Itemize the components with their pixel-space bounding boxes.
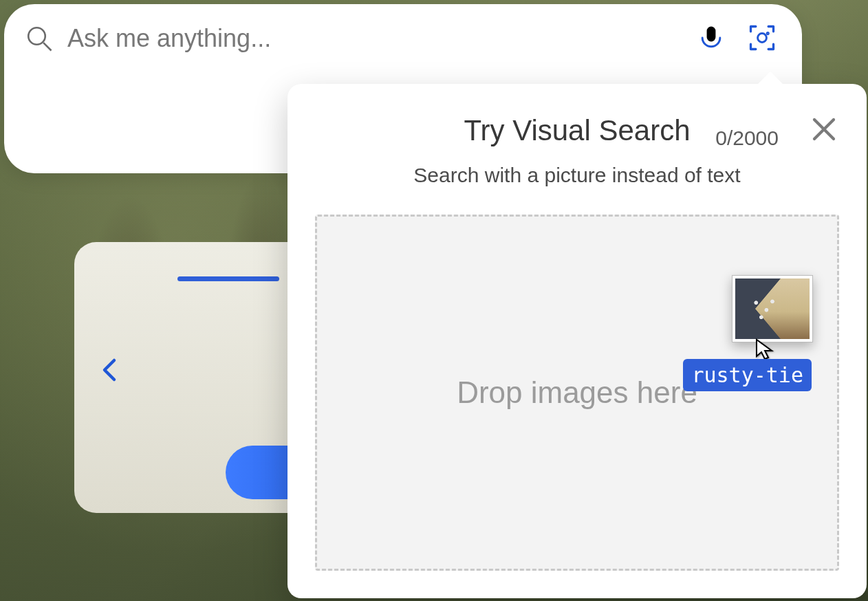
popup-subtitle: Search with a picture instead of text [287,164,867,187]
svg-rect-2 [707,26,716,41]
cursor-icon [755,338,774,362]
svg-point-0 [28,28,45,45]
close-icon [810,116,838,143]
image-drop-zone[interactable]: Drop images here [315,215,839,571]
microphone-icon [696,23,726,53]
close-button[interactable] [810,116,838,143]
search-icon [25,24,54,53]
drop-zone-label: Drop images here [457,375,697,410]
svg-point-4 [758,33,767,42]
popup-title: Try Visual Search [287,114,867,147]
dragged-file-label: rusty-tie [683,359,812,391]
chevron-left-icon [105,360,114,380]
visual-search-button[interactable] [743,19,781,59]
search-input[interactable] [67,24,680,53]
dragged-thumbnail [732,275,813,342]
carousel-prev-button[interactable] [98,358,122,382]
thumbnail-image [735,278,810,339]
camera-icon [747,23,777,53]
svg-line-1 [43,43,51,50]
carousel-indicator-active[interactable] [177,276,279,281]
voice-search-button[interactable] [692,19,730,59]
char-counter: 0/2000 [715,127,779,150]
svg-point-5 [767,32,768,34]
visual-search-popup: Try Visual Search 0/2000 Search with a p… [287,84,867,598]
